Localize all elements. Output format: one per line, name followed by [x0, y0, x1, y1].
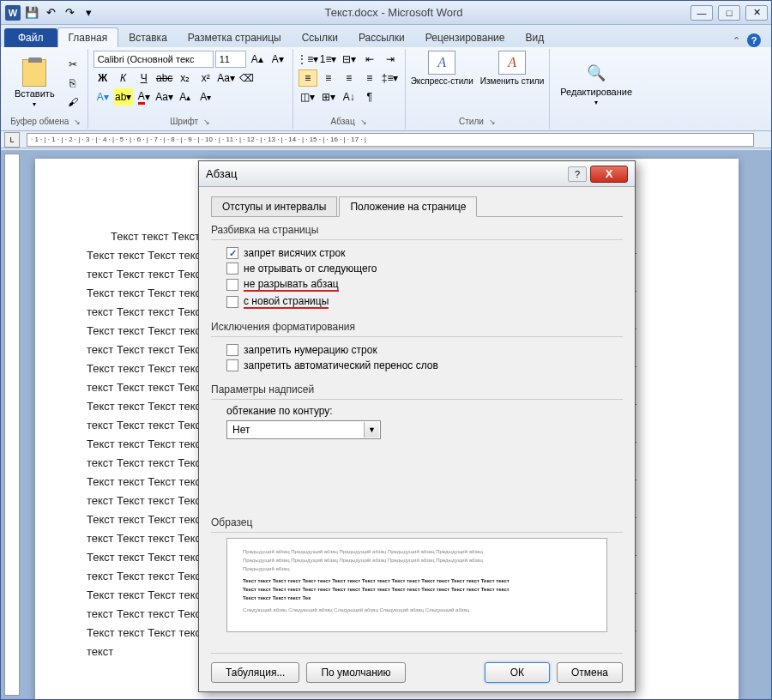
qat-dropdown-icon[interactable]: ▾ [80, 4, 97, 21]
clipboard-icon [22, 59, 46, 87]
no-hyphen-checkbox[interactable] [226, 359, 238, 371]
italic-button[interactable]: К [114, 69, 133, 87]
ok-button[interactable]: ОК [485, 662, 550, 683]
copy-icon[interactable]: ⎘ [63, 75, 82, 92]
decrease-indent-icon[interactable]: ⇤ [360, 51, 379, 68]
ruler-corner[interactable]: L [4, 132, 20, 148]
tab-view[interactable]: Вид [515, 28, 554, 47]
paste-label: Вставить [15, 88, 55, 99]
redo-icon[interactable]: ↷ [61, 4, 78, 21]
ribbon-minimize-icon[interactable]: ⌃ [733, 35, 740, 46]
tab-indents[interactable]: Отступы и интервалы [211, 196, 337, 217]
dialog-help-button[interactable]: ? [568, 166, 587, 182]
highlight-icon[interactable]: ab▾ [114, 88, 133, 106]
numbering-icon[interactable]: 1≡▾ [319, 51, 338, 68]
paragraph-launcher-icon[interactable]: ↘ [360, 118, 367, 126]
shrink-font2-icon[interactable]: A▾ [196, 88, 215, 106]
preview-dark-line: Текст текст Текст текст Тек [243, 594, 591, 602]
font-size-select[interactable] [215, 51, 246, 68]
preview-grey-line: Предыдущий абзац Предыдущий абзац Предыд… [243, 547, 591, 556]
save-icon[interactable]: 💾 [23, 4, 40, 21]
word-app-icon[interactable]: W [4, 4, 21, 21]
no-hyphen-row[interactable]: запретить автоматический перенос слов [211, 358, 623, 373]
align-left-icon[interactable]: ≡ [299, 69, 317, 87]
styles-launcher-icon[interactable]: ↘ [489, 118, 496, 126]
line-spacing-icon[interactable]: ‡≡▾ [381, 69, 400, 87]
bold-button[interactable]: Ж [93, 69, 112, 87]
cut-icon[interactable]: ✂ [63, 56, 82, 73]
page-break-checkbox[interactable] [226, 296, 238, 308]
suppress-lines-checkbox[interactable] [226, 344, 238, 356]
font-name-select[interactable] [93, 51, 214, 68]
suppress-lines-row[interactable]: запретить нумерацию строк [211, 342, 623, 358]
keep-next-checkbox[interactable] [226, 262, 238, 275]
tab-file[interactable]: Файл [4, 28, 57, 47]
borders-icon[interactable]: ⊞▾ [319, 88, 338, 106]
bullets-icon[interactable]: ⋮≡▾ [299, 51, 317, 68]
preview-legend: Образец [211, 516, 623, 528]
tab-page-position[interactable]: Положение на странице [339, 196, 477, 217]
cancel-button[interactable]: Отмена [557, 662, 623, 683]
page-break-row[interactable]: с новой страницы [211, 293, 623, 311]
font-color-icon[interactable]: A▾ [135, 88, 154, 106]
tab-page-layout[interactable]: Разметка страницы [178, 28, 292, 47]
quick-styles-button[interactable]: A Экспресс-стили [411, 51, 473, 86]
maximize-button[interactable]: □ [718, 5, 740, 21]
wrap-combo[interactable]: Нет ▼ [226, 420, 381, 439]
group-editing: 🔍 Редактирование ▾ [550, 49, 642, 129]
justify-icon[interactable]: ≡ [360, 69, 379, 87]
change-case-button[interactable]: Aa▾ [217, 69, 236, 87]
text-effects-icon[interactable]: A▾ [93, 88, 112, 106]
shading-icon[interactable]: ◫▾ [299, 88, 317, 106]
clear-format-icon[interactable]: ⌫ [238, 69, 256, 87]
tab-insert[interactable]: Вставка [118, 28, 178, 47]
sort-icon[interactable]: A↓ [340, 88, 359, 106]
font-launcher-icon[interactable]: ↘ [203, 118, 210, 126]
tab-references[interactable]: Ссылки [292, 28, 348, 47]
shrink-font-icon[interactable]: A▾ [268, 51, 287, 68]
dialog-close-button[interactable]: X [590, 166, 628, 183]
tab-review[interactable]: Рецензирование [415, 28, 516, 47]
increase-indent-icon[interactable]: ⇥ [381, 51, 400, 68]
align-right-icon[interactable]: ≡ [340, 69, 359, 87]
widow-control-row[interactable]: запрет висячих строк [211, 245, 623, 261]
widow-checkbox[interactable] [226, 247, 238, 259]
keep-next-row[interactable]: не отрывать от следующего [211, 261, 623, 276]
default-button[interactable]: По умолчанию [306, 662, 405, 683]
superscript-button[interactable]: x² [196, 69, 215, 87]
horizontal-ruler[interactable]: · 1 · | · 1 · | · 2 · | · 3 · | · 4 · | … [27, 133, 754, 147]
show-marks-icon[interactable]: ¶ [360, 88, 379, 106]
change-styles-icon: A [498, 51, 526, 75]
align-center-icon[interactable]: ≡ [319, 69, 338, 87]
tabs-button[interactable]: Табуляция... [211, 662, 299, 683]
vertical-ruler[interactable] [4, 154, 20, 696]
help-icon[interactable]: ? [747, 33, 761, 47]
tab-mailings[interactable]: Рассылки [348, 28, 415, 47]
underline-button[interactable]: Ч [135, 69, 154, 87]
minimize-button[interactable]: — [691, 5, 713, 21]
horizontal-ruler-area: L · 1 · | · 1 · | · 2 · | · 3 · | · 4 · … [1, 131, 771, 148]
undo-icon[interactable]: ↶ [42, 4, 59, 21]
strike-button[interactable]: abc [155, 69, 174, 87]
paste-button[interactable]: Вставить ▾ [9, 57, 60, 110]
change-styles-button[interactable]: A Изменить стили [480, 51, 544, 86]
grow-font-icon[interactable]: A▴ [248, 51, 267, 68]
char-scale-icon[interactable]: Aa▾ [155, 88, 174, 106]
tab-home[interactable]: Главная [57, 27, 119, 47]
group-font: A▴ A▾ Ж К Ч abc x₂ x² Aa▾ ⌫ A▾ ab▾ A▾ [88, 49, 293, 129]
word-main-window: W 💾 ↶ ↷ ▾ Текст.docx - Microsoft Word — … [0, 0, 772, 700]
editing-label: Редактирование [560, 87, 632, 97]
pagination-legend: Разбивка на страницы [211, 224, 623, 236]
subscript-button[interactable]: x₂ [176, 69, 195, 87]
chevron-down-icon[interactable]: ▼ [364, 422, 379, 438]
keep-together-checkbox[interactable] [226, 279, 238, 291]
clipboard-launcher-icon[interactable]: ↘ [74, 118, 81, 126]
editing-button[interactable]: 🔍 Редактирование ▾ [555, 59, 637, 108]
grow-font2-icon[interactable]: A▴ [176, 88, 195, 106]
multilevel-icon[interactable]: ⊟▾ [340, 51, 359, 68]
dialog-titlebar[interactable]: Абзац ? X [199, 161, 635, 187]
keep-together-row[interactable]: не разрывать абзац [211, 276, 623, 293]
window-title: Текст.docx - Microsoft Word [97, 6, 691, 19]
format-painter-icon[interactable]: 🖌 [63, 94, 82, 111]
close-button[interactable]: ✕ [745, 5, 768, 21]
